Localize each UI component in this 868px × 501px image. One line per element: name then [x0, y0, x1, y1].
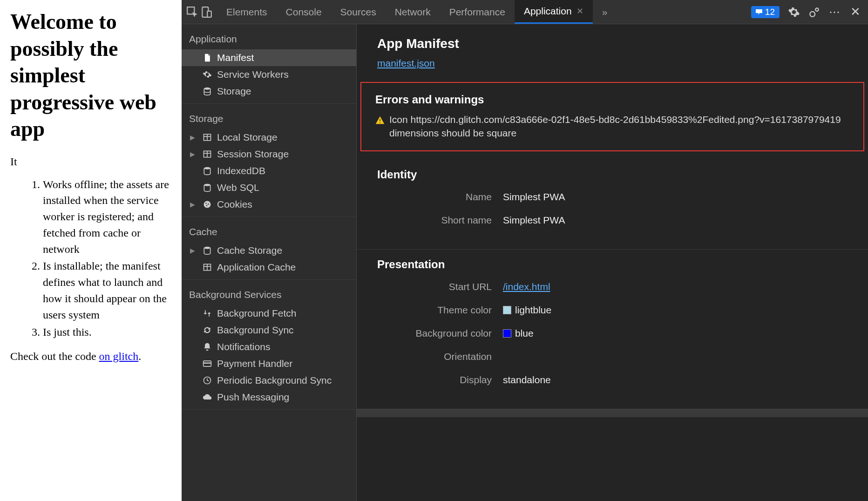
cookie-icon — [202, 199, 212, 210]
table-icon — [202, 149, 212, 159]
sidebar-item-push-messaging[interactable]: Push Messaging — [182, 389, 356, 406]
tab-sources[interactable]: Sources — [331, 0, 386, 24]
whats-new-icon[interactable] — [808, 6, 821, 18]
close-devtools-icon[interactable]: ✕ — [849, 6, 861, 18]
name-label: Name — [377, 191, 503, 203]
database-icon — [202, 245, 212, 256]
manifest-detail-pane: App Manifest manifest.json Errors and wa… — [357, 24, 868, 501]
manifest-link[interactable]: manifest.json — [377, 58, 435, 68]
issues-badge[interactable]: 12 — [751, 6, 780, 18]
svg-point-12 — [204, 167, 210, 169]
feature-list: Works offline; the assets are installed … — [10, 176, 171, 340]
horizontal-scrollbar[interactable] — [357, 409, 868, 417]
presentation-section: Presentation Start URL /index.html Theme… — [357, 250, 868, 409]
sidebar-item-indexeddb[interactable]: IndexedDB — [182, 162, 356, 179]
sidebar-header-cache: Cache — [182, 221, 356, 242]
close-icon[interactable]: ✕ — [576, 6, 583, 16]
sidebar-item-storage[interactable]: Storage — [182, 83, 356, 100]
devtools-tabs-bar: Elements Console Sources Network Perform… — [182, 0, 868, 24]
identity-section: Identity Name Simplest PWA Short name Si… — [357, 160, 868, 250]
kebab-menu-icon[interactable]: ⋯ — [829, 6, 841, 18]
svg-point-4 — [815, 8, 819, 11]
database-icon — [202, 183, 212, 193]
gear-icon — [202, 69, 212, 80]
sidebar-item-web-sql[interactable]: Web SQL — [182, 179, 356, 196]
theme-color-swatch — [503, 306, 511, 314]
svg-point-5 — [204, 88, 210, 90]
svg-rect-2 — [207, 11, 211, 17]
identity-title: Identity — [377, 168, 848, 181]
sidebar-item-periodic-sync[interactable]: Periodic Background Sync — [182, 372, 356, 389]
tab-network[interactable]: Network — [386, 0, 440, 24]
svg-point-14 — [204, 201, 211, 208]
svg-point-15 — [205, 203, 207, 204]
sidebar-item-session-storage[interactable]: ▶ Session Storage — [182, 146, 356, 162]
warning-icon — [375, 115, 385, 128]
sidebar-header-storage: Storage — [182, 108, 356, 129]
svg-point-17 — [206, 205, 208, 206]
sidebar-item-cookies[interactable]: ▶ Cookies — [182, 196, 356, 213]
svg-rect-23 — [203, 363, 211, 364]
sidebar-item-cache-storage[interactable]: ▶ Cache Storage — [182, 242, 356, 259]
sync-icon — [202, 325, 212, 335]
presentation-title: Presentation — [377, 258, 848, 271]
sidebar-item-background-sync[interactable]: Background Sync — [182, 322, 356, 339]
tab-elements[interactable]: Elements — [217, 0, 277, 24]
bg-color-value: blue — [515, 328, 534, 339]
chevron-right-icon[interactable]: ▶ — [190, 201, 195, 208]
svg-point-16 — [208, 203, 209, 205]
svg-rect-26 — [380, 122, 380, 123]
file-icon — [202, 53, 212, 63]
start-url-link[interactable]: /index.html — [503, 281, 550, 292]
glitch-link[interactable]: on glitch — [99, 350, 139, 362]
orientation-label: Orientation — [377, 351, 503, 362]
detail-title: App Manifest — [377, 36, 848, 51]
tab-console[interactable]: Console — [277, 0, 331, 24]
display-label: Display — [377, 374, 503, 386]
webpage-content: Welcome to possibly the simplest progres… — [0, 0, 182, 501]
tab-application[interactable]: Application ✕ — [515, 0, 593, 24]
svg-point-13 — [204, 184, 210, 186]
intro-text: It — [10, 156, 171, 168]
application-sidebar[interactable]: Application Manifest Service Workers Sto… — [182, 24, 357, 501]
device-toggle-icon[interactable] — [200, 6, 212, 18]
cloud-icon — [202, 392, 212, 402]
short-name-value: Simplest PWA — [503, 215, 565, 226]
errors-warnings-box: Errors and warnings Icon https://cdn.gli… — [360, 82, 864, 151]
svg-point-3 — [810, 11, 815, 16]
sidebar-item-service-workers[interactable]: Service Workers — [182, 66, 356, 83]
database-icon — [202, 86, 212, 96]
database-icon — [202, 166, 212, 176]
sidebar-item-local-storage[interactable]: ▶ Local Storage — [182, 129, 356, 146]
sidebar-header-application: Application — [182, 28, 356, 49]
fetch-icon — [202, 308, 212, 318]
clock-icon — [202, 375, 212, 386]
sidebar-header-background: Background Services — [182, 284, 356, 305]
inspect-element-icon[interactable] — [186, 6, 198, 18]
tab-performance[interactable]: Performance — [440, 0, 515, 24]
footer-text: Check out the code on glitch. — [10, 350, 171, 363]
svg-point-18 — [204, 247, 210, 249]
bg-color-label: Background color — [377, 328, 503, 339]
sidebar-item-background-fetch[interactable]: Background Fetch — [182, 305, 356, 322]
devtools-panel: Elements Console Sources Network Perform… — [182, 0, 868, 501]
bell-icon — [202, 342, 212, 352]
theme-color-label: Theme color — [377, 305, 503, 316]
chevron-right-icon[interactable]: ▶ — [190, 150, 195, 158]
chevron-right-icon[interactable]: ▶ — [190, 134, 195, 141]
chevron-right-icon[interactable]: ▶ — [190, 247, 195, 254]
errors-title: Errors and warnings — [375, 93, 849, 106]
tab-more[interactable]: » — [593, 0, 617, 24]
sidebar-item-manifest[interactable]: Manifest — [182, 49, 356, 66]
credit-card-icon — [202, 359, 212, 369]
svg-rect-25 — [380, 119, 380, 122]
table-icon — [202, 262, 212, 272]
sidebar-item-notifications[interactable]: Notifications — [182, 339, 356, 355]
bg-color-swatch — [503, 329, 511, 338]
sidebar-item-application-cache[interactable]: Application Cache — [182, 259, 356, 276]
gear-icon[interactable] — [788, 6, 800, 18]
name-value: Simplest PWA — [503, 191, 565, 203]
start-url-label: Start URL — [377, 281, 503, 292]
sidebar-item-payment-handler[interactable]: Payment Handler — [182, 355, 356, 372]
theme-color-value: lightblue — [515, 305, 551, 316]
